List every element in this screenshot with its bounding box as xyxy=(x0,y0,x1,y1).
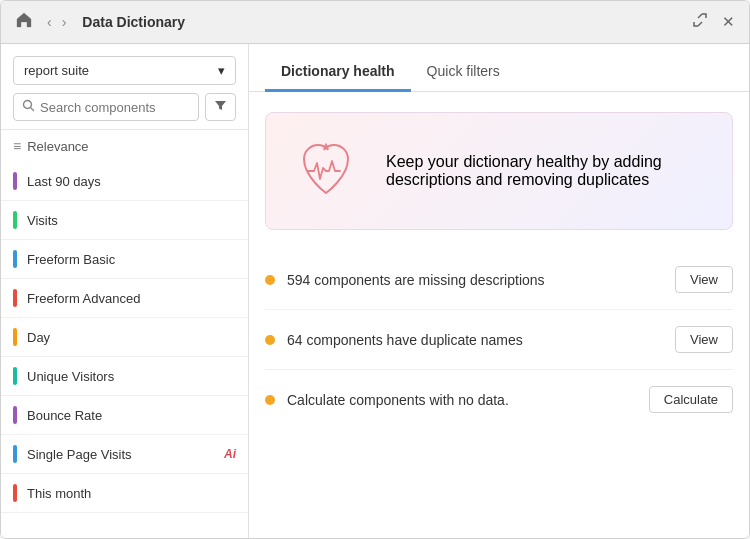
search-filter-row xyxy=(13,93,236,121)
sort-label: Relevance xyxy=(27,139,88,154)
color-bar xyxy=(13,328,17,346)
status-dot xyxy=(265,275,275,285)
list-item[interactable]: Freeform Advanced xyxy=(1,279,248,318)
sidebar-top: report suite ▾ xyxy=(1,44,248,130)
search-box[interactable] xyxy=(13,93,199,121)
list-item-label: Day xyxy=(27,330,236,345)
list-item-label: Freeform Advanced xyxy=(27,291,236,306)
search-icon xyxy=(22,99,35,115)
heart-health-icon xyxy=(290,133,362,205)
sort-row: ≡ Relevance xyxy=(1,130,248,162)
list-item[interactable]: Day xyxy=(1,318,248,357)
close-button[interactable]: ✕ xyxy=(720,11,737,33)
status-dot xyxy=(265,335,275,345)
list-item[interactable]: Bounce Rate xyxy=(1,396,248,435)
main-content: report suite ▾ xyxy=(1,44,749,538)
list-item-label: Bounce Rate xyxy=(27,408,236,423)
health-banner-line2: descriptions and removing duplicates xyxy=(386,171,662,189)
color-bar xyxy=(13,445,17,463)
health-item-text: 594 components are missing descriptions xyxy=(287,272,675,288)
list-item-label: Unique Visitors xyxy=(27,369,236,384)
title-bar-left: ‹ › Data Dictionary xyxy=(13,9,185,35)
collapse-button[interactable] xyxy=(690,10,710,34)
adobe-icon: Ai xyxy=(224,447,236,461)
sidebar-list: Last 90 days Visits Freeform Basic Freef… xyxy=(1,162,248,538)
health-items-container: 594 components are missing descriptions … xyxy=(265,250,733,429)
view-button[interactable]: View xyxy=(675,266,733,293)
tab-dictionary-health[interactable]: Dictionary health xyxy=(265,51,411,92)
calculate-button[interactable]: Calculate xyxy=(649,386,733,413)
back-button[interactable]: ‹ xyxy=(43,12,56,32)
list-item[interactable]: Single Page Visits Ai xyxy=(1,435,248,474)
nav-arrows: ‹ › xyxy=(43,12,70,32)
status-dot xyxy=(265,395,275,405)
health-banner-line1: Keep your dictionary healthy by adding xyxy=(386,153,662,171)
color-bar xyxy=(13,250,17,268)
heart-icon-wrap xyxy=(290,133,362,209)
panel-content: Keep your dictionary healthy by adding d… xyxy=(249,92,749,538)
list-item-label: Freeform Basic xyxy=(27,252,236,267)
sort-icon: ≡ xyxy=(13,138,21,154)
list-item[interactable]: Visits xyxy=(1,201,248,240)
list-item-label: This month xyxy=(27,486,236,501)
health-item: 64 components have duplicate names View xyxy=(265,310,733,370)
title-bar: ‹ › Data Dictionary ✕ xyxy=(1,1,749,44)
color-bar xyxy=(13,289,17,307)
home-icon xyxy=(15,11,33,29)
color-bar xyxy=(13,406,17,424)
color-bar xyxy=(13,172,17,190)
color-bar xyxy=(13,367,17,385)
list-item[interactable]: Last 90 days xyxy=(1,162,248,201)
panel-tabs: Dictionary healthQuick filters xyxy=(249,44,749,92)
list-item[interactable]: Unique Visitors xyxy=(1,357,248,396)
right-panel: Dictionary healthQuick filters Keep your… xyxy=(249,44,749,538)
color-bar xyxy=(13,484,17,502)
title-bar-right: ✕ xyxy=(690,10,737,34)
report-suite-select[interactable]: report suite ▾ xyxy=(13,56,236,85)
report-suite-label: report suite xyxy=(24,63,89,78)
collapse-icon xyxy=(692,12,708,28)
sidebar: report suite ▾ xyxy=(1,44,249,538)
health-item-text: Calculate components with no data. xyxy=(287,392,649,408)
forward-button[interactable]: › xyxy=(58,12,71,32)
health-item-text: 64 components have duplicate names xyxy=(287,332,675,348)
health-banner: Keep your dictionary healthy by adding d… xyxy=(265,112,733,230)
list-item-label: Visits xyxy=(27,213,236,228)
filter-button[interactable] xyxy=(205,93,236,121)
list-item[interactable]: This month xyxy=(1,474,248,513)
health-item: 594 components are missing descriptions … xyxy=(265,250,733,310)
search-input[interactable] xyxy=(40,100,190,115)
list-item[interactable]: Freeform Basic xyxy=(1,240,248,279)
app-window: ‹ › Data Dictionary ✕ report suite ▾ xyxy=(0,0,750,539)
filter-icon xyxy=(214,99,227,112)
window-title: Data Dictionary xyxy=(82,14,185,30)
list-item-label: Single Page Visits xyxy=(27,447,224,462)
health-item: Calculate components with no data. Calcu… xyxy=(265,370,733,429)
home-button[interactable] xyxy=(13,9,35,35)
tab-quick-filters[interactable]: Quick filters xyxy=(411,51,516,92)
color-bar xyxy=(13,211,17,229)
view-button[interactable]: View xyxy=(675,326,733,353)
list-item-label: Last 90 days xyxy=(27,174,236,189)
health-banner-text: Keep your dictionary healthy by adding d… xyxy=(386,153,662,189)
chevron-down-icon: ▾ xyxy=(218,63,225,78)
